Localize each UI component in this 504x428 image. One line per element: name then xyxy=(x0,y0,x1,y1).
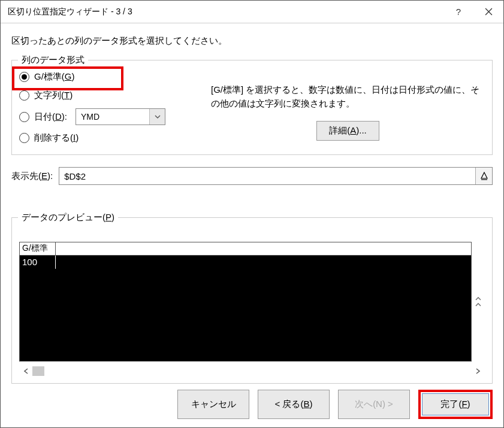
date-format-select[interactable]: YMD xyxy=(76,108,165,125)
radio-text-indicator xyxy=(19,90,29,101)
destination-label: 表示先(E): xyxy=(11,171,53,182)
preview-body: 100 xyxy=(20,256,471,361)
advanced-button[interactable]: 詳細(A)... xyxy=(316,121,379,141)
help-button[interactable]: ? xyxy=(443,1,473,23)
cancel-button[interactable]: キャンセル xyxy=(177,390,249,419)
radio-general-label: G/標準(G) xyxy=(34,71,75,83)
preview-grid[interactable]: G/標準 100 xyxy=(19,242,472,362)
preview-horizontal-scroll[interactable] xyxy=(19,364,485,378)
preview-group: データのプレビュー(P) G/標準 100 xyxy=(11,217,493,384)
highlight-finish-button: 完了(F) xyxy=(418,390,493,419)
radio-text[interactable]: 文字列(T) xyxy=(19,90,199,101)
svg-marker-2 xyxy=(481,172,487,178)
date-format-value: YMD xyxy=(76,112,149,122)
preview-cell: 100 xyxy=(20,256,56,269)
back-button[interactable]: < 戻る(B) xyxy=(258,390,330,419)
format-description-column: [G/標準] を選択すると、数字は数値に、日付は日付形式の値に、その他の値は文字… xyxy=(211,69,485,144)
destination-input[interactable] xyxy=(59,168,475,184)
scroll-thumb[interactable] xyxy=(32,366,44,376)
format-options: G/標準(G) 文字列(T) 日付(D): YMD xyxy=(19,69,199,144)
radio-skip[interactable]: 削除する(I) xyxy=(19,132,199,144)
next-button: 次へ(N) > xyxy=(338,390,410,419)
radio-date-label: 日付(D): xyxy=(34,111,67,123)
close-button[interactable] xyxy=(473,1,503,23)
radio-skip-label: 削除する(I) xyxy=(34,132,79,144)
column-format-group: 列のデータ形式 G/標準(G) 文字列(T) 日付(D): xyxy=(11,60,493,155)
radio-general-indicator xyxy=(19,72,29,82)
preview-vertical-scroll[interactable] xyxy=(472,242,485,362)
scroll-left-icon[interactable] xyxy=(19,365,32,378)
range-picker-icon xyxy=(480,172,488,180)
wizard-dialog: 区切り位置指定ウィザード - 3 / 3 ? 区切ったあとの列のデータ形式を選択… xyxy=(0,0,504,428)
scroll-track[interactable] xyxy=(32,366,472,376)
preview-legend: データのプレビュー(P) xyxy=(18,212,118,223)
preview-header: G/標準 xyxy=(20,242,471,256)
destination-range-picker[interactable] xyxy=(475,168,492,184)
date-format-dropdown-button[interactable] xyxy=(149,109,165,125)
radio-date-indicator xyxy=(19,112,29,122)
preview-header-rest xyxy=(56,242,471,255)
destination-row: 表示先(E): xyxy=(11,167,493,185)
window-title: 区切り位置指定ウィザード - 3 / 3 xyxy=(8,7,443,17)
destination-input-wrap xyxy=(59,167,493,185)
radio-general[interactable]: G/標準(G) xyxy=(19,71,199,83)
scroll-up-icon[interactable] xyxy=(472,295,485,308)
column-format-legend: 列のデータ形式 xyxy=(18,54,88,66)
format-description: [G/標準] を選択すると、数字は数値に、日付は日付形式の値に、その他の値は文字… xyxy=(211,83,485,110)
content-area: 区切ったあとの列のデータ形式を選択してください。 列のデータ形式 G/標準(G)… xyxy=(1,23,503,427)
radio-text-label: 文字列(T) xyxy=(34,90,73,101)
chevron-down-icon xyxy=(155,115,161,119)
radio-date[interactable]: 日付(D): YMD xyxy=(19,108,199,125)
titlebar: 区切り位置指定ウィザード - 3 / 3 ? xyxy=(1,1,503,23)
intro-text: 区切ったあとの列のデータ形式を選択してください。 xyxy=(11,35,493,47)
scroll-right-icon[interactable] xyxy=(472,365,485,378)
finish-button[interactable]: 完了(F) xyxy=(422,393,489,415)
footer-buttons: キャンセル < 戻る(B) 次へ(N) > 完了(F) xyxy=(11,384,493,419)
preview-box: G/標準 100 xyxy=(19,242,485,362)
close-icon xyxy=(485,8,493,16)
preview-header-cell[interactable]: G/標準 xyxy=(20,242,56,255)
radio-skip-indicator xyxy=(19,133,29,143)
